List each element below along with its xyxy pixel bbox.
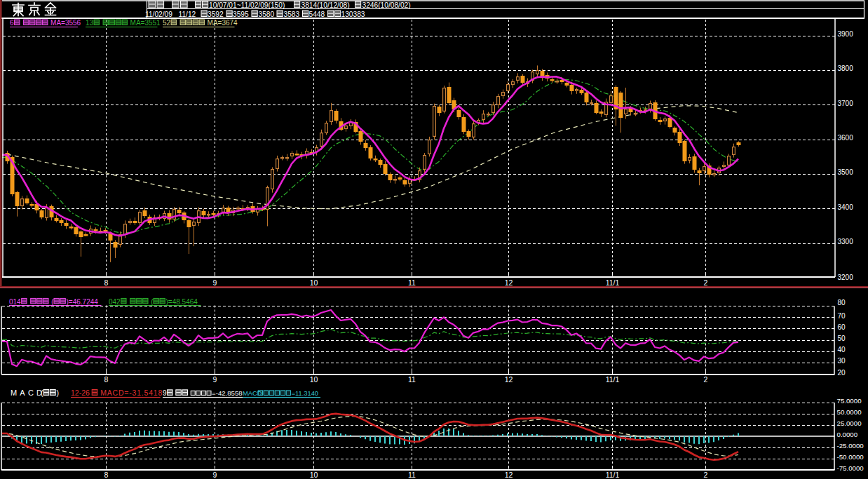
svg-text:10: 10 <box>310 278 318 287</box>
svg-text:8: 8 <box>104 278 109 287</box>
svg-text:3814(10/12/08): 3814(10/12/08) <box>301 1 350 9</box>
svg-text:6: 6 <box>10 19 14 27</box>
svg-text:): ) <box>57 389 60 397</box>
svg-text:014: 014 <box>9 298 21 306</box>
svg-text:50.0000: 50.0000 <box>837 408 862 416</box>
svg-text:9: 9 <box>213 375 217 384</box>
svg-text:3400: 3400 <box>838 203 854 211</box>
svg-text:11: 11 <box>408 278 416 287</box>
svg-text:9: 9 <box>163 389 167 397</box>
svg-text:11/1: 11/1 <box>606 375 620 384</box>
svg-text:10: 10 <box>310 375 318 384</box>
svg-text:11: 11 <box>408 375 416 384</box>
svg-text:130383: 130383 <box>341 11 365 18</box>
svg-text:12: 12 <box>505 471 513 479</box>
svg-text:-50.0000: -50.0000 <box>837 453 864 461</box>
svg-text:10: 10 <box>310 471 318 479</box>
svg-text:8: 8 <box>104 375 109 384</box>
svg-text:3800: 3800 <box>838 65 854 72</box>
svg-text:MA=3556: MA=3556 <box>50 19 81 27</box>
svg-text:5448: 5448 <box>309 11 325 18</box>
svg-text:12: 12 <box>505 375 513 384</box>
svg-text:3900: 3900 <box>838 30 854 38</box>
svg-text:042: 042 <box>109 298 121 306</box>
svg-text:MACD=-31.5418: MACD=-31.5418 <box>100 389 163 397</box>
svg-text:12-26: 12-26 <box>71 389 90 397</box>
svg-text:25.0000: 25.0000 <box>837 419 862 427</box>
svg-text:3300: 3300 <box>838 238 854 245</box>
svg-text:MA=3674: MA=3674 <box>208 19 238 27</box>
svg-text:70: 70 <box>838 312 846 320</box>
svg-text:11/1: 11/1 <box>606 471 620 479</box>
svg-text:9: 9 <box>213 278 217 287</box>
svg-text:9: 9 <box>213 471 217 479</box>
svg-text:MA=3551: MA=3551 <box>130 19 161 27</box>
svg-text:8: 8 <box>104 471 109 479</box>
svg-text:2: 2 <box>704 375 708 384</box>
svg-text:11/1: 11/1 <box>606 278 620 287</box>
svg-text:10/07/01~11/02/09(150): 10/07/01~11/02/09(150) <box>209 1 285 9</box>
svg-text:3700: 3700 <box>838 100 854 107</box>
svg-text:50: 50 <box>838 335 846 342</box>
svg-text:0.0000: 0.0000 <box>837 431 858 438</box>
svg-text:3595: 3595 <box>233 11 249 18</box>
svg-text:30: 30 <box>838 357 846 365</box>
svg-text:=11.3140: =11.3140 <box>292 390 318 397</box>
svg-text:3500: 3500 <box>838 168 854 176</box>
svg-text:11/02/09: 11/02/09 <box>145 11 172 18</box>
svg-text:11: 11 <box>408 471 416 479</box>
svg-text:3246(10/08/02): 3246(10/08/02) <box>362 1 411 9</box>
svg-text:)=46.7244: )=46.7244 <box>67 298 99 306</box>
svg-text:40: 40 <box>838 346 846 353</box>
svg-text:80: 80 <box>838 299 846 306</box>
svg-text:60: 60 <box>838 323 846 331</box>
svg-text:75.0000: 75.0000 <box>837 397 862 405</box>
svg-text:3592: 3592 <box>208 11 224 18</box>
svg-text:20: 20 <box>838 369 846 377</box>
svg-text:2: 2 <box>704 278 708 287</box>
svg-text:2: 2 <box>704 471 708 479</box>
svg-text:52: 52 <box>163 19 171 27</box>
svg-text:=-42.8558: =-42.8558 <box>212 389 242 397</box>
svg-text:3200: 3200 <box>838 274 854 281</box>
svg-text:MACD: MACD <box>11 389 45 397</box>
svg-text:3580: 3580 <box>259 11 275 18</box>
svg-text:-75.0000: -75.0000 <box>837 464 864 472</box>
svg-text:12: 12 <box>505 278 513 287</box>
svg-text:13: 13 <box>86 19 94 27</box>
svg-text:3583: 3583 <box>284 11 300 18</box>
svg-text:)=48.5464: )=48.5464 <box>166 298 198 306</box>
svg-text:3600: 3600 <box>838 134 854 142</box>
svg-text:11/12: 11/12 <box>179 11 196 18</box>
svg-text:-25.0000: -25.0000 <box>837 442 864 450</box>
